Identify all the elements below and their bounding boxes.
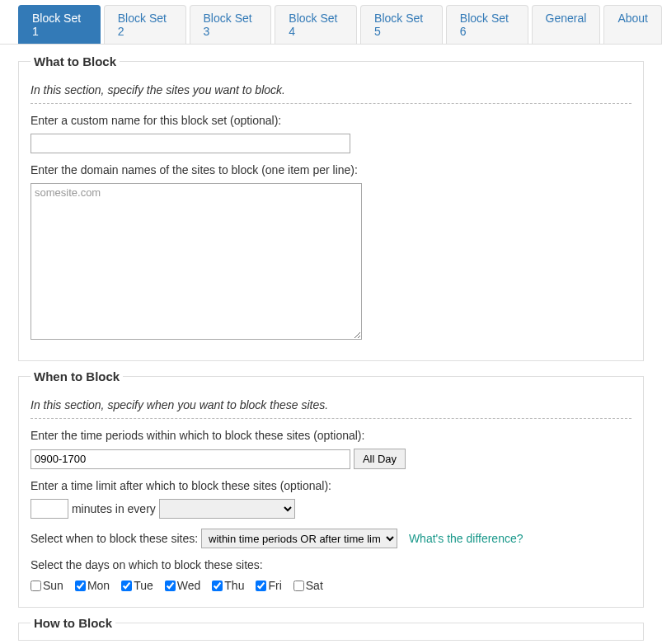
tab-about[interactable]: About [603, 5, 662, 44]
how-to-block-section: How to Block [18, 616, 644, 641]
days-label: Select the days on which to block these … [31, 558, 631, 571]
divider [31, 418, 631, 419]
tab-block-set-3[interactable]: Block Set 3 [190, 5, 272, 44]
all-day-button[interactable]: All Day [354, 449, 406, 469]
day-checkbox-thu[interactable] [212, 581, 223, 591]
time-limit-label: Enter a time limit after which to block … [31, 479, 631, 492]
what-legend: What to Block [31, 54, 120, 68]
tab-block-set-4[interactable]: Block Set 4 [275, 5, 357, 44]
minutes-text: minutes in every [72, 502, 156, 515]
tab-general[interactable]: General [532, 5, 601, 44]
day-checkbox-tue[interactable] [121, 581, 132, 591]
custom-name-input[interactable] [31, 134, 350, 153]
tab-block-set-5[interactable]: Block Set 5 [360, 5, 443, 44]
day-label: Wed [177, 579, 201, 592]
day-label: Sat [306, 579, 323, 592]
tab-block-set-2[interactable]: Block Set 2 [104, 5, 186, 44]
logic-select[interactable]: within time periods OR after time limit [201, 529, 397, 548]
day-label: Fri [268, 579, 281, 592]
tab-block-set-1[interactable]: Block Set 1 [18, 5, 101, 44]
day-sat: Sat [293, 578, 323, 592]
day-checkbox-sat[interactable] [293, 581, 304, 591]
when-description: In this section, specify when you want t… [31, 398, 631, 411]
what-to-block-section: What to Block In this section, specify t… [18, 54, 644, 361]
day-checkbox-wed[interactable] [165, 581, 176, 591]
day-label: Tue [134, 579, 153, 592]
day-wed: Wed [165, 578, 201, 592]
day-tue: Tue [121, 578, 153, 592]
tab-block-set-6[interactable]: Block Set 6 [446, 5, 528, 44]
when-to-block-section: When to Block In this section, specify w… [18, 369, 644, 608]
how-legend: How to Block [31, 616, 115, 630]
period-select[interactable] [159, 499, 295, 519]
difference-link[interactable]: What's the difference? [409, 532, 523, 545]
day-fri: Fri [256, 578, 281, 592]
days-row: SunMonTueWedThuFriSat [31, 578, 631, 592]
day-label: Mon [87, 579, 110, 592]
sites-textarea[interactable] [31, 183, 362, 340]
day-thu: Thu [212, 578, 244, 592]
logic-label: Select when to block these sites: [31, 532, 198, 545]
custom-name-label: Enter a custom name for this block set (… [31, 114, 631, 127]
time-periods-label: Enter the time periods within which to b… [31, 429, 631, 442]
day-checkbox-fri[interactable] [256, 581, 266, 591]
day-mon: Mon [75, 578, 110, 592]
content: What to Block In this section, specify t… [0, 45, 662, 641]
sites-label: Enter the domain names of the sites to b… [31, 163, 631, 176]
when-legend: When to Block [31, 369, 123, 383]
divider [31, 103, 631, 104]
what-description: In this section, specify the sites you w… [31, 83, 631, 96]
day-checkbox-mon[interactable] [75, 581, 86, 591]
day-checkbox-sun[interactable] [31, 581, 41, 591]
minutes-input[interactable] [31, 499, 68, 519]
time-periods-input[interactable] [31, 449, 350, 469]
day-sun: Sun [31, 578, 63, 592]
tab-bar: Block Set 1Block Set 2Block Set 3Block S… [0, 0, 662, 45]
day-label: Thu [224, 579, 244, 592]
day-label: Sun [43, 579, 63, 592]
